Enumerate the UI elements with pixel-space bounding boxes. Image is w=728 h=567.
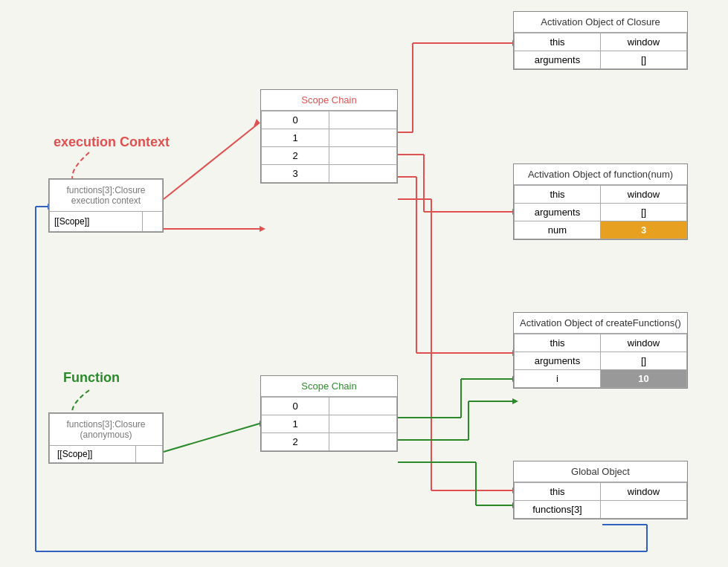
ao-create-i-key: i xyxy=(515,370,601,388)
ao-create-this-key: this xyxy=(515,334,601,352)
ao-global-title: Global Object xyxy=(514,461,687,482)
ao-global-this-key: this xyxy=(515,483,601,501)
ao-create-this-val: window xyxy=(601,334,687,352)
ao-global-functions-key: functions[3] xyxy=(515,501,601,519)
function-label: Function xyxy=(63,370,120,386)
svg-marker-35 xyxy=(512,398,518,404)
ao-closure: Activation Object of Closure this window… xyxy=(513,11,688,70)
ao-function-args-val: [] xyxy=(601,204,687,221)
scope-chain-bottom-title: Scope Chain xyxy=(261,376,397,397)
scope-chain-top-title: Scope Chain xyxy=(261,90,397,111)
ao-function-this-key: this xyxy=(515,186,601,204)
exec-ctx-scope: [[Scope]] xyxy=(54,216,89,227)
ao-global: Global Object this window functions[3] xyxy=(513,461,688,519)
scope-chain-bottom: Scope Chain 0 1 2 xyxy=(260,375,398,452)
exec-ctx-box: functions[3]:Closure execution context [… xyxy=(48,178,164,233)
ao-closure-this-key: this xyxy=(515,33,601,51)
scope-chain-top: Scope Chain 0 1 2 3 xyxy=(260,89,398,184)
ao-closure-args-key: arguments xyxy=(515,51,601,69)
ao-create-args-key: arguments xyxy=(515,352,601,370)
func-box: functions[3]:Closure (anonymous) [[Scope… xyxy=(48,412,164,464)
svg-marker-9 xyxy=(260,226,265,232)
ao-create-title: Activation Object of createFunctions() xyxy=(514,313,687,334)
func-label1: functions[3]:Closure xyxy=(66,419,145,430)
exec-ctx-label2: execution context xyxy=(71,195,141,206)
ao-function-num-val: 3 xyxy=(601,221,687,239)
ao-function-args-key: arguments xyxy=(515,204,601,221)
execution-context-label: execution Context xyxy=(54,134,170,151)
svg-line-6 xyxy=(164,123,260,199)
ao-create-args-val: [] xyxy=(601,352,687,370)
ao-function-this-val: window xyxy=(601,186,687,204)
ao-closure-args-val: [] xyxy=(601,51,687,69)
func-scope: [[Scope]] xyxy=(57,449,92,459)
ao-closure-this-val: window xyxy=(601,33,687,51)
svg-marker-7 xyxy=(254,119,260,126)
ao-create: Activation Object of createFunctions() t… xyxy=(513,312,688,389)
ao-function-num-key: num xyxy=(515,221,601,239)
func-label2: (anonymous) xyxy=(80,430,132,440)
ao-closure-title: Activation Object of Closure xyxy=(514,12,687,33)
exec-ctx-label1: functions[3]:Closure xyxy=(66,185,145,195)
ao-function: Activation Object of function(num) this … xyxy=(513,163,688,240)
ao-create-i-val: 10 xyxy=(601,370,687,388)
ao-global-this-val: window xyxy=(601,483,687,501)
diagram-container: execution Context Function functions[3]:… xyxy=(0,0,728,567)
ao-function-title: Activation Object of function(num) xyxy=(514,164,687,185)
svg-line-26 xyxy=(164,424,260,452)
ao-global-functions-val xyxy=(601,501,687,519)
